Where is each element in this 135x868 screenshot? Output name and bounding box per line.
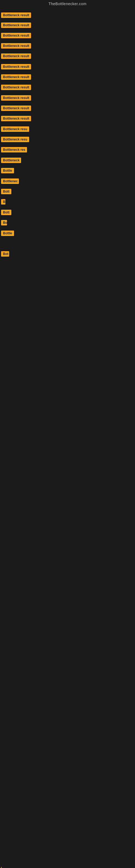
bottleneck-badge: Bottleneck result — [1, 12, 31, 18]
bottleneck-badge-row: Bottleneck result — [1, 43, 31, 50]
bottleneck-badge-row: B — [1, 199, 5, 206]
cursor-indicator — [1, 867, 2, 868]
bottleneck-badge-row: Bottleneck res — [1, 147, 27, 154]
bottleneck-badge-row: Bottleneck result — [1, 95, 31, 102]
bottleneck-badge: Bottleneck result — [1, 23, 31, 28]
bottleneck-badge-row: Bottleneck result — [1, 105, 31, 112]
bottleneck-badge-row: Bottleneck result — [1, 74, 31, 81]
bottleneck-badge-row: Bo — [1, 220, 7, 226]
bottleneck-badge-row: Bottle — [1, 168, 14, 175]
bottleneck-badge-row: Bott — [1, 210, 11, 216]
bottleneck-badge-row: Bottleneck resu — [1, 126, 29, 133]
bottleneck-badge: Bottleneck res — [1, 147, 27, 152]
bottleneck-badge: Bot — [1, 251, 9, 257]
bottleneck-badge-row: Bottleneck result — [1, 33, 31, 39]
bottleneck-badge-row: Bottleneck result — [1, 23, 31, 29]
bottleneck-badge-row: Bottleneck — [1, 158, 21, 164]
bottleneck-badge: Bottleneck result — [1, 105, 31, 111]
bottleneck-badge-row: Bottleneck result — [1, 12, 31, 19]
bottleneck-badge: Bottleneck result — [1, 95, 31, 101]
bottleneck-badge: Bottleneck resu — [1, 137, 29, 142]
bottleneck-badge: Bott — [1, 210, 11, 215]
bottleneck-badge-row: Bottleneck result — [1, 64, 31, 70]
bottleneck-badge-row: Bottleneck result — [1, 85, 31, 91]
bottleneck-badge: Bottlenec — [1, 179, 19, 184]
bottleneck-badge: B — [1, 199, 5, 205]
bottleneck-badge: Bottleneck — [1, 158, 21, 163]
bottleneck-badge: Bottleneck result — [1, 33, 31, 38]
bottleneck-badge: Bottle — [1, 230, 14, 236]
bottleneck-badge: Bott — [1, 189, 11, 194]
site-title: TheBottlenecker.com — [0, 0, 135, 7]
bottleneck-badge: Bo — [1, 220, 7, 225]
bottleneck-badge-row: Bottleneck resu — [1, 137, 29, 143]
bottleneck-badge: Bottleneck result — [1, 54, 31, 59]
bottleneck-badge: Bottleneck result — [1, 85, 31, 90]
bottleneck-badge-row: Bott — [1, 189, 11, 195]
bottleneck-badge: Bottleneck result — [1, 64, 31, 69]
bottleneck-badge: Bottleneck result — [1, 116, 31, 121]
bottleneck-badge-row: Bottleneck result — [1, 116, 31, 122]
bottleneck-badge: Bottleneck result — [1, 43, 31, 49]
bottleneck-badge-row: Bot — [1, 251, 9, 258]
bottleneck-badge: Bottleneck resu — [1, 126, 29, 132]
bottleneck-badge: Bottle — [1, 168, 14, 173]
bottleneck-badge-row: Bottle — [1, 230, 14, 237]
bottleneck-badge-row: Bottlenec — [1, 179, 19, 185]
bottleneck-badge: Bottleneck result — [1, 74, 31, 80]
bottleneck-badge-row: Bottleneck result — [1, 54, 31, 60]
